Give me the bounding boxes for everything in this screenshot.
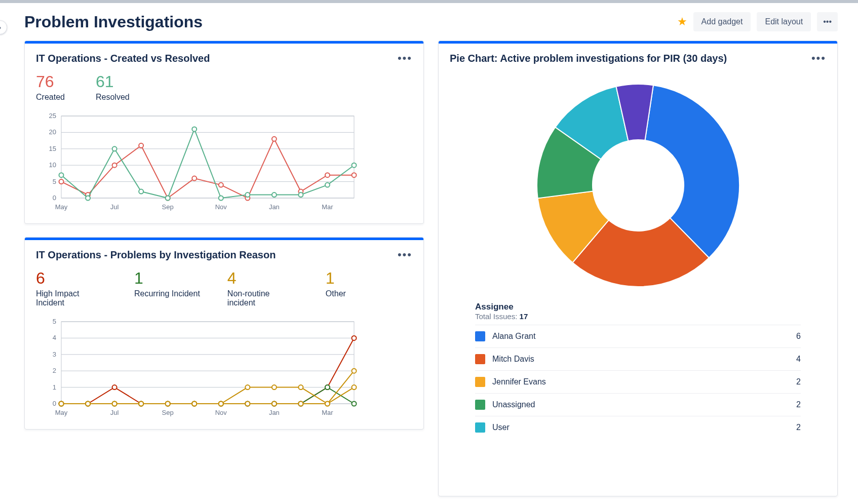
svg-point-85 (352, 402, 357, 406)
svg-point-32 (86, 196, 90, 201)
card-menu-button[interactable]: ••• (398, 248, 412, 261)
svg-point-106 (272, 402, 277, 406)
card-problems-by-reason: IT Operations - Problems by Investigatio… (24, 237, 424, 430)
stat-nonroutine-label: Non-routine incident (227, 289, 298, 307)
svg-text:Mar: Mar (322, 203, 333, 211)
svg-point-105 (245, 402, 250, 406)
svg-text:4: 4 (53, 334, 56, 342)
legend-row[interactable]: Mitch Davis 4 (475, 347, 801, 370)
legend-label: Unassigned (492, 400, 535, 409)
line-chart: 012345MayJulSepNovJanMar (36, 317, 360, 418)
svg-point-37 (219, 196, 223, 201)
svg-text:May: May (55, 409, 68, 416)
svg-point-84 (325, 385, 330, 390)
more-horizontal-icon: ••• (823, 17, 832, 26)
svg-point-33 (112, 146, 117, 151)
legend-value: 2 (796, 377, 801, 386)
svg-text:10: 10 (49, 161, 56, 169)
legend-swatch (475, 354, 485, 364)
stat-high-impact-value: 6 (36, 269, 107, 287)
stat-nonroutine-value: 4 (227, 269, 298, 287)
svg-text:Jul: Jul (110, 203, 119, 211)
legend-swatch (475, 377, 485, 387)
svg-point-100 (112, 402, 117, 406)
legend-label: Mitch Davis (492, 355, 534, 364)
svg-text:25: 25 (49, 112, 56, 120)
legend-label: Alana Grant (492, 332, 535, 341)
card-created-vs-resolved: IT Operations - Created vs Resolved ••• … (24, 41, 424, 224)
svg-point-101 (139, 402, 143, 406)
svg-point-64 (112, 385, 117, 390)
card-pie-active-investigations: Pie Chart: Active problem investigations… (438, 41, 838, 496)
star-icon[interactable]: ★ (677, 15, 687, 28)
card-menu-button[interactable]: ••• (398, 52, 412, 65)
stat-created-value: 76 (36, 73, 71, 91)
edit-layout-button[interactable]: Edit layout (757, 12, 811, 31)
svg-point-30 (352, 173, 357, 177)
stat-created-label: Created (36, 93, 71, 102)
svg-point-40 (298, 192, 303, 197)
more-horizontal-icon: ••• (398, 52, 412, 64)
window-top-border (0, 0, 858, 3)
stat-resolved-value: 61 (96, 73, 131, 91)
sidebar-collapse-toggle[interactable]: › (0, 20, 7, 34)
stat-recurring-value: 1 (134, 269, 200, 287)
legend-value: 6 (796, 332, 801, 341)
svg-text:Nov: Nov (215, 409, 227, 416)
more-actions-button[interactable]: ••• (817, 12, 838, 31)
svg-text:Sep: Sep (162, 409, 174, 416)
svg-point-42 (352, 163, 357, 168)
svg-point-35 (166, 196, 170, 201)
svg-point-73 (352, 336, 357, 340)
svg-point-22 (139, 143, 143, 148)
svg-point-108 (325, 402, 330, 406)
page-header: Problem Investigations ★ Add gadget Edit… (24, 12, 838, 31)
svg-point-19 (59, 179, 64, 184)
svg-point-21 (112, 163, 117, 168)
add-gadget-button[interactable]: Add gadget (693, 12, 751, 31)
legend-label: Jennifer Evans (492, 377, 546, 386)
svg-point-39 (272, 192, 277, 197)
svg-point-102 (166, 402, 170, 406)
svg-text:20: 20 (49, 129, 56, 136)
legend-value: 2 (796, 400, 801, 409)
legend-title: Assignee (475, 302, 801, 312)
legend-value: 4 (796, 355, 801, 364)
svg-text:Sep: Sep (162, 203, 174, 211)
svg-text:5: 5 (53, 178, 56, 185)
svg-point-24 (192, 176, 197, 181)
card-title: IT Operations - Problems by Investigatio… (36, 249, 276, 261)
legend-value: 2 (796, 423, 801, 432)
svg-text:May: May (55, 203, 68, 211)
svg-point-95 (298, 385, 303, 390)
svg-point-103 (192, 402, 197, 406)
chevron-right-icon: › (0, 23, 1, 31)
legend-row[interactable]: Jennifer Evans 2 (475, 370, 801, 393)
chart-problems-by-reason: 012345MayJulSepNovJanMar (36, 317, 412, 418)
svg-text:2: 2 (53, 367, 56, 375)
legend-row[interactable]: Unassigned 2 (475, 393, 801, 416)
legend-row[interactable]: User 2 (475, 416, 801, 439)
legend-row[interactable]: Alana Grant 6 (475, 325, 801, 347)
svg-point-94 (272, 385, 277, 390)
svg-text:0: 0 (53, 400, 56, 407)
card-title: Pie Chart: Active problem investigations… (450, 53, 727, 64)
svg-point-36 (192, 127, 197, 132)
svg-point-93 (245, 385, 250, 390)
page-title: Problem Investigations (24, 13, 203, 31)
stat-resolved-label: Resolved (96, 93, 131, 102)
stat-other-value: 1 (326, 269, 361, 287)
svg-text:15: 15 (49, 145, 56, 152)
pie-chart-container (439, 71, 837, 302)
legend-total-value: 17 (520, 312, 528, 321)
card-menu-button[interactable]: ••• (811, 52, 826, 65)
svg-text:Mar: Mar (322, 409, 333, 416)
legend-sub-prefix: Total Issues: (475, 312, 520, 321)
svg-point-29 (325, 173, 330, 177)
legend-swatch (475, 400, 485, 410)
header-actions: ★ Add gadget Edit layout ••• (677, 12, 838, 31)
svg-point-109 (352, 369, 357, 373)
card-title: IT Operations - Created vs Resolved (36, 53, 210, 64)
more-horizontal-icon: ••• (398, 248, 412, 261)
stat-high-impact-label: High Impact Incident (36, 289, 107, 307)
